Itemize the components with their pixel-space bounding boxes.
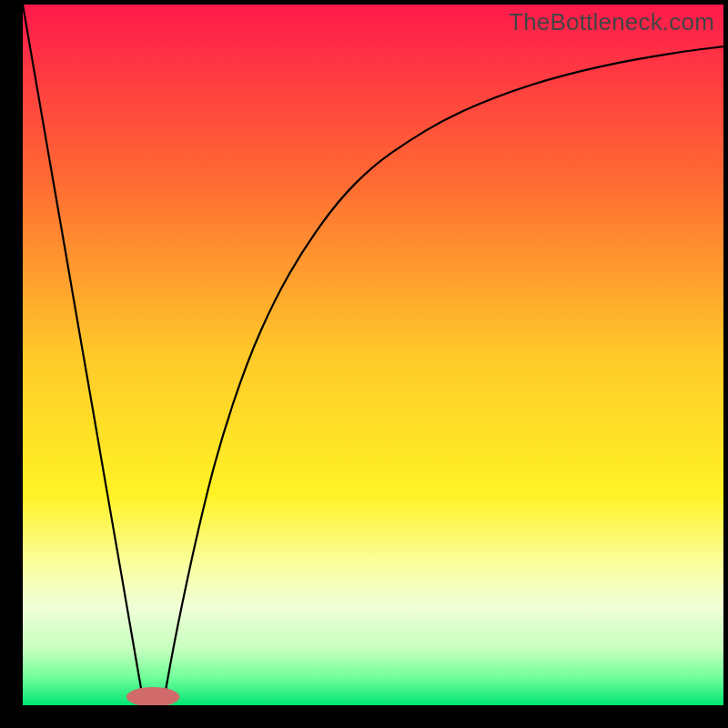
watermark-text: TheBottleneck.com — [509, 8, 714, 36]
chart-svg — [23, 5, 723, 705]
chart-frame: TheBottleneck.com — [0, 0, 728, 728]
chart-background — [23, 5, 723, 705]
plot-area: TheBottleneck.com — [23, 5, 723, 705]
